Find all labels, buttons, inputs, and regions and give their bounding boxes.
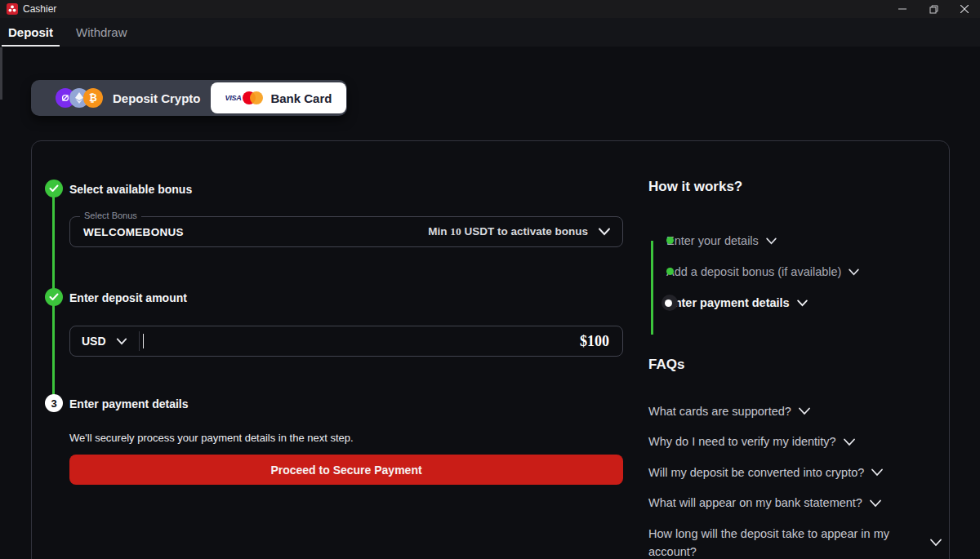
chevron-down-icon	[871, 468, 884, 477]
visa-logo: VISA	[225, 94, 242, 102]
timeline-dot-icon	[666, 237, 674, 244]
tab-deposit-label: Deposit	[8, 25, 53, 39]
step3-title: Enter payment details	[69, 397, 189, 410]
minimize-button[interactable]	[887, 0, 918, 18]
currency-code: USD	[82, 335, 106, 348]
chevron-down-icon	[116, 338, 127, 345]
step2-check-icon	[45, 288, 63, 306]
bonus-select-field[interactable]: Select Bonus WELCOMEBONUS Min 10 USDT to…	[69, 216, 623, 247]
maximize-button[interactable]	[918, 0, 949, 18]
deposit-panel: Select available bonus Select Bonus WELC…	[31, 140, 950, 559]
currency-selector[interactable]: USD	[82, 335, 127, 348]
faq-item-verify-identity[interactable]: Why do I need to verify my identity?	[648, 433, 959, 450]
proceed-to-payment-button[interactable]: Proceed to Secure Payment	[69, 455, 623, 485]
tab-withdraw-label: Withdraw	[76, 25, 127, 39]
step3-number-badge: 3	[45, 394, 63, 412]
timeline-dot-icon	[666, 268, 674, 275]
bitcoin-icon: ₿	[83, 88, 103, 108]
chevron-down-icon	[869, 499, 882, 508]
faq-question: What will appear on my bank statement?	[648, 494, 862, 512]
faq-question: What cards are supported?	[648, 402, 791, 420]
faq-question: How long will the deposit take to appear…	[648, 525, 923, 559]
chevron-down-icon	[929, 539, 942, 547]
bonus-field-label: Select Bonus	[80, 211, 141, 220]
faq-list: What cards are supported? Why do I need …	[648, 402, 959, 559]
deposit-amount-field[interactable]: USD $100	[69, 326, 623, 357]
bank-card-option[interactable]: VISA Bank Card	[211, 82, 346, 113]
deposit-method-toggle: ₿ Deposit Crypto VISA Bank Card	[31, 80, 347, 116]
vertical-scrollbar-thumb[interactable]	[0, 47, 2, 100]
how-it-works-heading: How it works?	[648, 179, 959, 195]
how-it-works-label: Enter your details	[666, 234, 759, 247]
bank-card-label: Bank Card	[270, 91, 332, 105]
how-it-works-label: Enter payment details	[666, 296, 790, 309]
crypto-coins: ₿	[56, 88, 103, 108]
chevron-down-icon	[598, 228, 611, 236]
chevron-down-icon	[765, 237, 777, 245]
how-it-works-label: Add a deposit bonus (if available)	[666, 265, 841, 278]
timeline-current-marker-icon	[662, 295, 678, 311]
faq-question: Will my deposit be converted into crypto…	[648, 464, 864, 481]
step3-number: 3	[51, 397, 56, 410]
app-logo-icon	[7, 3, 18, 15]
chevron-down-icon	[843, 438, 856, 446]
faq-item-deposit-time[interactable]: How long will the deposit take to appear…	[648, 525, 959, 559]
active-tab-underline	[2, 45, 60, 47]
proceed-button-label: Proceed to Secure Payment	[270, 464, 421, 477]
timeline-connector-line	[651, 241, 653, 335]
tab-withdraw[interactable]: Withdraw	[68, 18, 136, 47]
field-divider	[139, 331, 140, 351]
chevron-down-icon	[848, 268, 860, 276]
text-caret	[143, 334, 144, 348]
step2-title: Enter deposit amount	[69, 291, 187, 304]
step1-check-icon	[45, 180, 63, 197]
faqs-heading: FAQs	[648, 357, 959, 373]
faq-item-bank-statement[interactable]: What will appear on my bank statement?	[648, 494, 959, 512]
info-sidebar: How it works? Enter your details Add a d…	[648, 179, 959, 559]
amount-value: $100	[580, 333, 609, 350]
chevron-down-icon	[796, 299, 808, 307]
chevron-down-icon	[798, 407, 811, 415]
how-it-works-item-2[interactable]: Add a deposit bonus (if available)	[666, 262, 959, 282]
faq-question: Why do I need to verify my identity?	[648, 433, 836, 450]
how-it-works-item-1[interactable]: Enter your details	[666, 231, 959, 251]
tab-deposit[interactable]: Deposit	[0, 18, 61, 47]
faq-item-converted-crypto[interactable]: Will my deposit be converted into crypto…	[648, 464, 959, 481]
how-it-works-timeline: Enter your details Add a deposit bonus (…	[648, 231, 959, 313]
how-it-works-item-3[interactable]: Enter payment details	[666, 293, 959, 313]
cashier-tabbar: Deposit Withdraw	[0, 18, 980, 47]
faq-item-cards-supported[interactable]: What cards are supported?	[648, 402, 959, 420]
bonus-min-hint: Min 10 USDT to activate bonus	[428, 225, 588, 238]
window-title: Cashier	[23, 3, 56, 15]
bitcoin-glyph: ₿	[89, 92, 97, 104]
secure-payment-note: We'll securely process your payment deta…	[69, 432, 354, 444]
bonus-value: WELCOMEBONUS	[83, 226, 184, 238]
mastercard-logo	[243, 91, 264, 104]
close-button[interactable]	[949, 0, 980, 18]
deposit-crypto-label: Deposit Crypto	[113, 91, 201, 105]
title-bar: Cashier	[0, 0, 980, 18]
step1-title: Select available bonus	[69, 183, 192, 196]
